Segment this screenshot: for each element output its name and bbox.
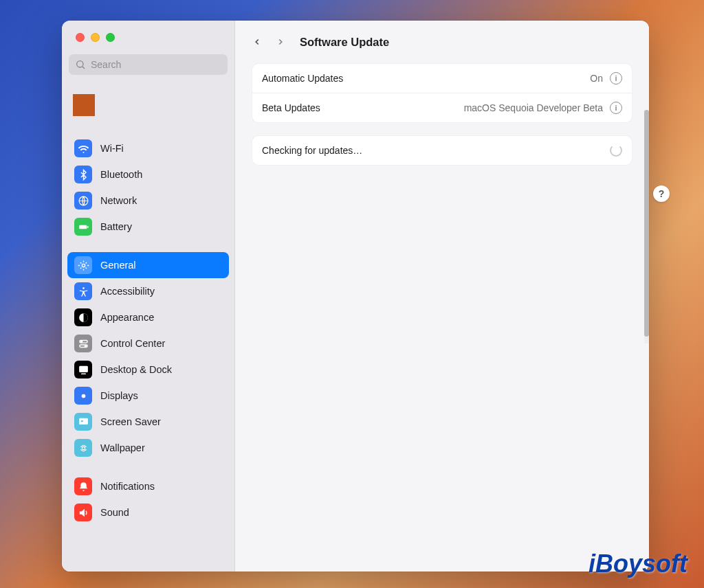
sidebar-item-label: General [100, 260, 136, 271]
general-icon [74, 256, 92, 274]
user-block[interactable] [62, 80, 234, 123]
sidebar-item-screen-saver[interactable]: Screen Saver [67, 409, 229, 435]
sidebar-item-label: Displays [100, 390, 138, 401]
status-row: Checking for updates… [252, 136, 632, 165]
svg-point-15 [82, 446, 85, 449]
svg-rect-11 [80, 373, 85, 374]
info-icon[interactable]: i [610, 72, 622, 84]
sidebar-item-label: Network [100, 195, 137, 206]
status-group: Checking for updates… [252, 135, 632, 166]
svg-rect-2 [87, 226, 88, 228]
page-title: Software Update [300, 36, 389, 49]
content-pane: Software Update Automatic UpdatesOniBeta… [235, 21, 649, 572]
svg-point-9 [85, 345, 86, 346]
settings-window: Wi-FiBluetoothNetworkBatteryGeneralAcces… [62, 21, 649, 572]
content-header: Software Update [235, 21, 649, 63]
sidebar-item-appearance[interactable]: Appearance [67, 304, 229, 330]
spinner-icon [610, 144, 622, 157]
search-input[interactable] [69, 54, 228, 75]
sidebar-item-label: Wi-Fi [100, 143, 124, 154]
svg-point-3 [82, 264, 85, 267]
accessibility-icon [74, 282, 92, 300]
sidebar-item-notifications[interactable]: Notifications [67, 473, 229, 499]
sidebar-item-label: Screen Saver [100, 416, 161, 427]
row-auto[interactable]: Automatic UpdatesOni [252, 64, 632, 93]
sidebar-item-label: Desktop & Dock [100, 364, 172, 375]
close-button[interactable] [76, 33, 85, 42]
sidebar-item-general[interactable]: General [67, 252, 229, 278]
info-icon[interactable]: i [610, 102, 622, 114]
avatar [73, 94, 95, 116]
svg-point-8 [80, 341, 82, 342]
desktop-dock-icon [74, 361, 92, 378]
screen-saver-icon [74, 413, 92, 431]
sidebar-item-label: Battery [100, 221, 132, 232]
sidebar-item-label: Appearance [100, 312, 154, 323]
settings-panel: Automatic UpdatesOniBeta UpdatesmacOS Se… [235, 63, 649, 178]
battery-icon [74, 218, 92, 236]
sidebar-item-control-center[interactable]: Control Center [67, 330, 229, 357]
sidebar-item-network[interactable]: Network [67, 188, 229, 214]
search-wrap [62, 42, 234, 80]
sidebar-nav: Wi-FiBluetoothNetworkBatteryGeneralAcces… [62, 123, 234, 572]
sound-icon [74, 504, 92, 521]
forward-button[interactable] [271, 32, 290, 52]
status-label: Checking for updates… [262, 145, 362, 156]
sidebar-item-label: Bluetooth [100, 169, 142, 180]
row-label: Beta Updates [262, 102, 320, 113]
traffic-lights [62, 21, 234, 42]
sidebar-item-desktop-dock[interactable]: Desktop & Dock [67, 357, 229, 383]
sidebar-item-label: Notifications [100, 481, 155, 492]
back-button[interactable] [248, 32, 267, 52]
sidebar-item-bluetooth[interactable]: Bluetooth [67, 161, 229, 188]
bluetooth-icon [74, 166, 92, 183]
sidebar-item-displays[interactable]: Displays [67, 383, 229, 409]
svg-point-4 [82, 287, 85, 289]
sidebar-item-accessibility[interactable]: Accessibility [67, 278, 229, 304]
sidebar-item-sound[interactable]: Sound [67, 499, 229, 525]
wifi-icon [74, 139, 92, 157]
network-icon [74, 192, 92, 210]
wallpaper-icon [74, 439, 92, 457]
displays-icon [74, 387, 92, 405]
svg-rect-13 [79, 418, 88, 424]
minimize-button[interactable] [91, 33, 100, 42]
sidebar-item-label: Control Center [100, 338, 165, 349]
row-value: On [590, 73, 603, 84]
sidebar: Wi-FiBluetoothNetworkBatteryGeneralAcces… [62, 21, 235, 572]
sidebar-item-label: Wallpaper [100, 442, 145, 453]
svg-point-12 [81, 394, 85, 398]
row-label: Automatic Updates [262, 73, 343, 84]
appearance-icon [74, 308, 92, 326]
svg-point-14 [80, 420, 82, 422]
svg-rect-10 [79, 365, 88, 372]
sidebar-item-battery[interactable]: Battery [67, 214, 229, 240]
watermark: iBoysoft [588, 550, 688, 578]
control-center-icon [74, 335, 92, 352]
sidebar-item-wifi[interactable]: Wi-Fi [67, 135, 229, 161]
sidebar-item-wallpaper[interactable]: Wallpaper [67, 435, 229, 461]
help-button[interactable]: ? [653, 185, 670, 202]
sidebar-item-label: Sound [100, 507, 129, 518]
notifications-icon [74, 477, 92, 495]
row-beta[interactable]: Beta UpdatesmacOS Sequoia Developer Beta… [252, 93, 632, 122]
svg-rect-1 [79, 225, 87, 229]
row-value: macOS Sequoia Developer Beta [464, 102, 603, 113]
update-settings-group: Automatic UpdatesOniBeta UpdatesmacOS Se… [252, 63, 632, 123]
zoom-button[interactable] [106, 33, 115, 42]
sidebar-item-label: Accessibility [100, 286, 155, 297]
